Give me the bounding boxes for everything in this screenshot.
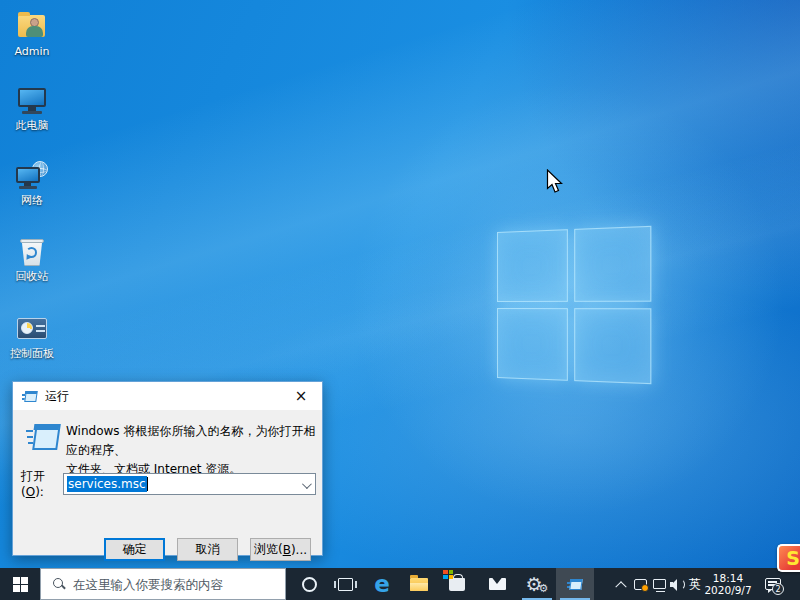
sogou-letter: S	[786, 549, 800, 568]
text-caret	[147, 477, 148, 491]
browse-button[interactable]: 浏览(B)...	[250, 538, 311, 561]
task-view-button[interactable]	[328, 568, 362, 600]
run-window-icon	[567, 578, 583, 591]
windows-logo-wallpaper	[497, 226, 651, 384]
tray-time: 18:14	[713, 572, 743, 584]
close-icon[interactable]: ×	[280, 382, 322, 410]
action-center-button[interactable]: 2	[756, 568, 790, 600]
desktop-icon-control-panel[interactable]: 控制面板	[6, 312, 58, 360]
search-icon	[53, 578, 65, 590]
ok-button[interactable]: 确定	[104, 538, 165, 561]
dialog-title: 运行	[45, 388, 280, 405]
desktop-icon-recycle-bin[interactable]: 回收站	[6, 235, 58, 283]
network-icon	[15, 159, 49, 193]
chevron-down-icon[interactable]	[302, 479, 312, 489]
microsoft-store-button[interactable]	[440, 568, 474, 600]
run-command-value[interactable]: services.msc	[67, 476, 147, 492]
tray-network-button[interactable]	[650, 568, 668, 600]
sogou-ime-badge[interactable]: S	[777, 544, 800, 572]
notification-dot	[641, 584, 649, 592]
recycle-bin-icon	[15, 235, 49, 269]
cancel-button[interactable]: 取消	[177, 538, 238, 561]
taskbar: e ⚙⚙ 英 18:14 2020/9/7 2	[0, 568, 800, 600]
speaker-icon	[670, 578, 684, 590]
notification-count-badge: 2	[772, 583, 784, 595]
file-explorer-button[interactable]	[402, 568, 436, 600]
gear-small-icon: ⚙	[539, 583, 549, 594]
desktop-icon-label: 回收站	[6, 271, 58, 283]
desktop-icon-admin[interactable]: Admin	[6, 10, 58, 58]
tray-ime-indicator[interactable]: 英	[686, 568, 704, 600]
cortana-icon	[302, 577, 317, 592]
run-dialog-titlebar[interactable]: 运行 ×	[13, 382, 322, 410]
desktop-icon-label: Admin	[6, 46, 58, 58]
microsoft-flag-icon	[443, 570, 453, 579]
run-icon	[22, 390, 38, 403]
desktop-icon-label: 控制面板	[6, 348, 58, 360]
desktop-icon-network[interactable]: 网络	[6, 159, 58, 207]
open-label: 打开(O):	[21, 468, 63, 499]
network-status-icon	[653, 579, 666, 589]
mail-button[interactable]	[480, 568, 514, 600]
tray-clock[interactable]: 18:14 2020/9/7	[704, 568, 752, 600]
search-input[interactable]	[73, 577, 285, 592]
desktop-wallpaper: Admin 此电脑 网络 回收站 控制面板 运行 ×	[0, 0, 800, 600]
run-app-taskbar-button[interactable]	[556, 568, 594, 600]
screen-clip-icon	[634, 579, 647, 590]
desktop-icon-label: 网络	[6, 195, 58, 207]
task-view-icon	[338, 578, 353, 591]
settings-button[interactable]: ⚙⚙	[518, 568, 556, 600]
cortana-button[interactable]	[292, 568, 326, 600]
store-bag-icon	[449, 578, 465, 591]
edge-browser-button[interactable]: e	[364, 568, 400, 600]
tray-volume-button[interactable]	[668, 568, 686, 600]
run-dialog-body: Windows 将根据你所输入的名称，为你打开相应的程序、 文件夹、文档或 In…	[13, 410, 322, 557]
show-hidden-icons-button[interactable]	[612, 568, 630, 600]
control-panel-icon	[15, 312, 49, 346]
desktop-icon-this-pc[interactable]: 此电脑	[6, 84, 58, 132]
tray-date: 2020/9/7	[704, 584, 751, 596]
user-folder-icon	[15, 10, 49, 44]
tray-screen-clip-button[interactable]	[630, 568, 650, 600]
mail-icon	[489, 578, 506, 590]
folder-icon	[410, 578, 428, 591]
windows-start-icon	[13, 577, 28, 592]
chevron-up-icon	[615, 581, 626, 592]
edge-icon: e	[374, 573, 390, 596]
desktop-icon-label: 此电脑	[6, 120, 58, 132]
run-icon-large	[26, 422, 60, 452]
start-button[interactable]	[0, 568, 40, 600]
run-dialog: 运行 × Windows 将根据你所输入的名称，为你打开相应的程序、 文件夹、文…	[12, 381, 323, 556]
computer-icon	[15, 84, 49, 118]
run-command-combobox[interactable]: services.msc	[63, 473, 316, 495]
taskbar-search-box[interactable]	[40, 568, 286, 600]
